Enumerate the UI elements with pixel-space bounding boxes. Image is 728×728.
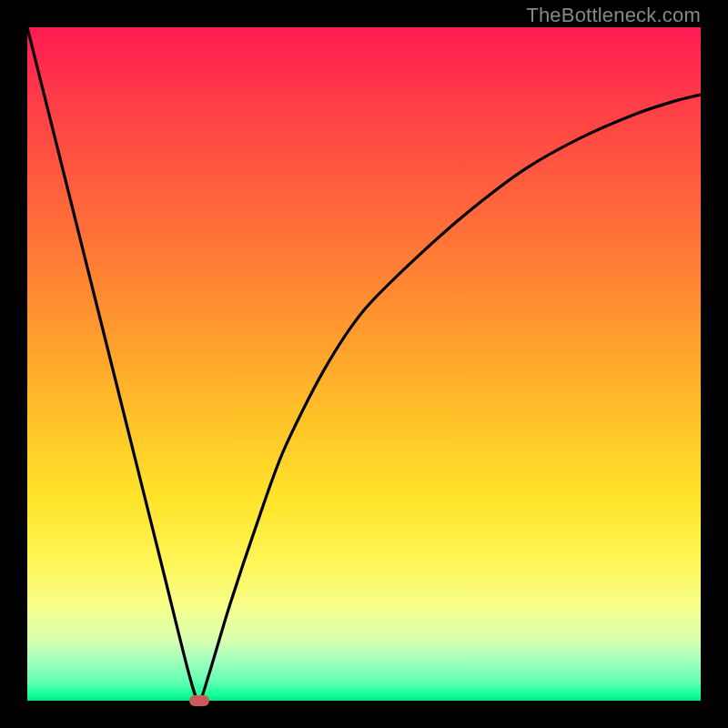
minimum-marker <box>189 695 209 706</box>
bottleneck-curve <box>27 27 701 701</box>
watermark-text: TheBottleneck.com <box>526 4 701 27</box>
plot-frame <box>27 27 701 701</box>
curve-layer <box>27 27 701 701</box>
chart-frame: TheBottleneck.com <box>0 0 728 728</box>
